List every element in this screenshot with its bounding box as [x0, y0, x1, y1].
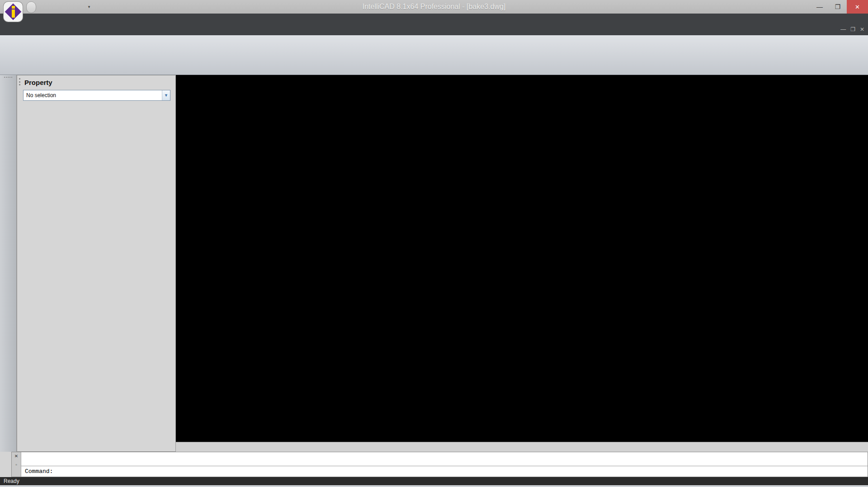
command-input-line[interactable]: Command: — [21, 466, 868, 477]
window-title: IntelliCAD 8.1x64 Professional - [bake3.… — [0, 0, 868, 14]
window-restore-button[interactable]: ❐ — [829, 0, 847, 14]
ribbon — [0, 35, 868, 75]
window-bottom-border — [0, 485, 868, 487]
property-selector-row: No selection ▼ — [23, 90, 170, 101]
drawing-canvas[interactable] — [176, 75, 868, 442]
command-history[interactable] — [21, 452, 868, 466]
property-panel: Property No selection ▼ — [17, 75, 176, 452]
status-bar: Ready — [0, 477, 868, 485]
window-close-button[interactable]: ✕ — [847, 0, 868, 14]
status-ready-text: Ready — [0, 478, 19, 484]
qat-customize-button[interactable]: ▾ — [86, 3, 92, 11]
ribbon-tab-row — [0, 25, 868, 35]
layout-tab-bar — [176, 442, 868, 452]
quick-access-toolbar — [26, 1, 36, 13]
command-pin-icon[interactable]: ▫ — [15, 462, 17, 467]
command-dock-strip: ✕ ▫ — [12, 452, 21, 477]
selection-dropdown[interactable]: No selection ▼ — [23, 90, 170, 101]
command-close-icon[interactable]: ✕ — [14, 454, 18, 459]
menu-bar — [0, 14, 868, 25]
property-panel-grip[interactable] — [19, 78, 23, 85]
command-prompt: Command: — [25, 468, 53, 475]
property-panel-title: Property — [24, 79, 52, 86]
draw-toolbar-vertical — [0, 75, 17, 452]
command-body: Command: — [21, 452, 868, 477]
logo-i-bar — [12, 9, 15, 18]
mdi-window-buttons[interactable]: —❐✕ — [840, 26, 864, 33]
app-logo-icon[interactable] — [4, 2, 23, 22]
toolbar-grip[interactable] — [4, 77, 12, 80]
window-minimize-button[interactable]: — — [811, 0, 829, 14]
logo-i-dot — [12, 6, 15, 9]
chevron-down-icon[interactable]: ▼ — [162, 90, 170, 100]
selection-dropdown-value: No selection — [26, 92, 56, 98]
command-window: ✕ ▫ Command: — [11, 452, 868, 477]
